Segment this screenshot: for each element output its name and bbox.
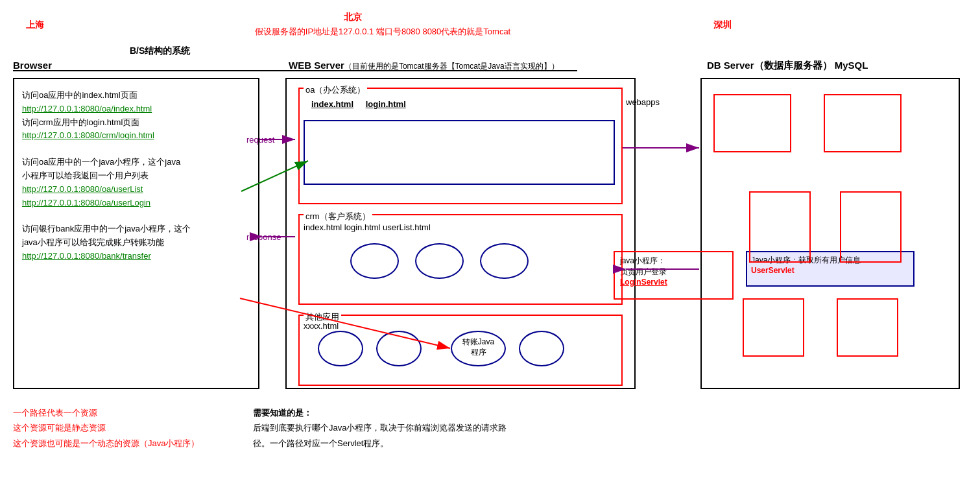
label-beijing-sub: 假设服务器的IP地址是127.0.0.1 端口号8080 8080代表的就是To…	[233, 26, 532, 38]
other-ellipse-transfer: 转账Java 程序	[451, 331, 506, 366]
oa-title: oa（办公系统）	[304, 84, 367, 96]
browser-line6: 小程序可以给我返回一个用户列表	[22, 169, 250, 183]
other-file: xxxx.html	[304, 321, 339, 331]
oa-files: index.html login.html	[311, 99, 406, 109]
bottom-note-right: 需要知道的是： 后端到底要执行哪个Java小程序，取决于你前端浏览器发送的请求路…	[253, 405, 507, 451]
browser-line8: http://127.0.0.1:8080/oa/userLogin	[22, 196, 250, 210]
need-text2: 径。一个路径对应一个Servlet程序。	[253, 436, 507, 451]
browser-line11: http://127.0.0.1:8080/bank/transfer	[22, 250, 250, 263]
db-rect-4	[840, 191, 902, 263]
note2: 这个资源可能是静态资源	[13, 420, 199, 435]
browser-line10: java小程序可以给我完成账户转账功能	[22, 236, 250, 250]
browser-line7: http://127.0.0.1:8080/oa/userList	[22, 183, 250, 196]
bottom-note-left: 一个路径代表一个资源 这个资源可能是静态资源 这个资源也可能是一个动态的资源（J…	[13, 405, 199, 451]
need-text1: 后端到底要执行哪个Java小程序，取决于你前端浏览器发送的请求路	[253, 420, 507, 435]
need-title: 需要知道的是：	[253, 405, 507, 420]
other-ellipse-4	[519, 331, 564, 366]
browser-line2: http://127.0.0.1:8080/oa/index.html	[22, 102, 250, 116]
oa-index-html: index.html	[311, 99, 353, 109]
loginservlet-label: LoginServlet	[620, 278, 727, 287]
loginservlet-content: java小程序： 负责用户登录 LoginServlet	[615, 252, 732, 290]
label-browser: Browser	[13, 60, 52, 71]
label-dbserver: DB Server（数据库服务器） MySQL	[707, 60, 868, 72]
loginservlet-box: java小程序： 负责用户登录 LoginServlet	[614, 251, 734, 300]
db-rect-1	[713, 94, 791, 152]
crm-title: crm（客户系统）	[304, 211, 372, 222]
note1: 一个路径代表一个资源	[13, 405, 199, 420]
db-rect-2	[824, 94, 902, 152]
crm-ellipse-2	[415, 243, 464, 279]
transfer-label: 转账Java 程序	[452, 337, 505, 357]
userservlet-name: UserServlet	[751, 266, 909, 275]
label-bs-structure: B/S结构的系统	[130, 45, 190, 57]
browser-line4: http://127.0.0.1:8080/crm/login.html	[22, 129, 250, 143]
db-rect-3	[749, 191, 811, 263]
browser-line3: 访问crm应用中的login.html页面	[22, 116, 250, 130]
browser-line9: 访问银行bank应用中的一个java小程序，这个	[22, 222, 250, 236]
crm-ellipse-1	[350, 243, 399, 279]
note3: 这个资源也可能是一个动态的资源（Java小程序）	[13, 436, 199, 451]
oa-login-html: login.html	[366, 99, 406, 109]
browser-line5: 访问oa应用中的一个java小程序，这个java	[22, 156, 250, 169]
crm-files: index.html login.html userList.html	[304, 222, 431, 232]
label-shanghai: 上海	[26, 19, 44, 31]
other-ellipse-1	[318, 331, 363, 366]
db-rect-5	[743, 298, 804, 357]
java-label: java小程序：	[620, 256, 727, 267]
label-webapps: webapps	[626, 97, 660, 107]
label-beijing: 北京	[344, 12, 362, 23]
other-ellipse-2	[376, 331, 422, 366]
webserver-label: WEB Server	[289, 60, 344, 71]
crm-ellipse-3	[480, 243, 529, 279]
browser-content: 访问oa应用中的index.html页面 http://127.0.0.1:80…	[14, 79, 258, 280]
webserver-sub: （目前使用的是Tomcat服务器【Tomcat是Java语言实现的】）	[344, 62, 559, 71]
servlet-box: java小程序： 负责用户登录 LoginServlet Java小程序：获取所…	[304, 120, 615, 185]
browser-line1: 访问oa应用中的index.html页面	[22, 89, 250, 102]
login-desc: 负责用户登录	[620, 267, 727, 278]
db-rect-6	[837, 298, 898, 357]
label-shenzhen: 深圳	[713, 19, 732, 31]
browser-box: 访问oa应用中的index.html页面 http://127.0.0.1:80…	[13, 78, 259, 389]
